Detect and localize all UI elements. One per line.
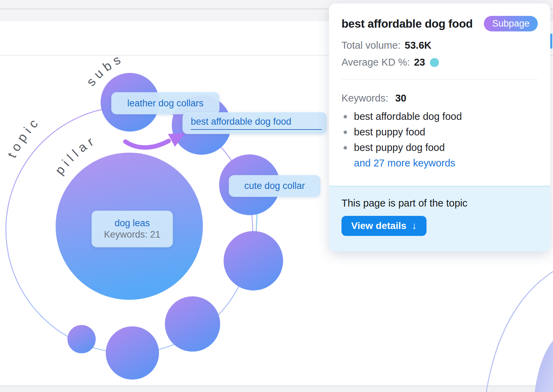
view-details-label: View details [351,220,406,231]
keyword-item: best affordable dog food [341,109,538,124]
footer-text: This page is part of the topic [341,198,538,209]
card-title: best affordable dog food [341,17,473,30]
average-kd-label: Average KD %: [341,57,410,68]
subpage-detail-card: best affordable dog food Subpage Total v… [329,3,550,251]
card-footer: This page is part of the topic View deta… [329,186,550,251]
label-text: leather dog collars [127,98,204,109]
pillar-label-keywords-count: Keywords: 21 [104,229,161,240]
label-pillar-dog-leas[interactable]: dog leas Keywords: 21 [92,211,173,247]
average-kd-row: Average KD %: 23 [341,57,538,68]
more-keywords-link[interactable]: and 27 more keywords [354,155,455,171]
keywords-count: 30 [395,93,406,104]
total-volume-label: Total volume: [341,40,401,51]
keyword-item: best puppy food [341,124,538,140]
bubble-subpage-4[interactable] [67,325,96,353]
label-best-affordable-dog-food[interactable]: best affordable dog food [182,112,327,134]
kd-difficulty-dot-icon [430,58,439,67]
svg-text:topic: topic [4,114,43,160]
view-details-button[interactable]: View details ↓ [341,216,427,236]
label-text: cute dog collar [244,181,305,191]
keyword-item: best puppy dog food [341,140,538,155]
label-link-text[interactable]: best affordable dog food [191,116,322,130]
subpage-badge: Subpage [484,16,538,31]
keywords-label: Keywords: [341,93,388,104]
bubble-connector [256,212,257,233]
pointer-arrow [125,141,169,147]
total-volume-value: 53.6K [405,40,431,51]
label-leather-dog-collars[interactable]: leather dog collars [111,92,219,114]
average-kd-value: 23 [414,57,425,68]
neighbor-topic-bubble[interactable] [535,341,553,392]
vertical-scrollbar-thumb[interactable] [550,34,552,49]
card-divider [341,79,538,79]
topic-map-screen: subs topic pillar leather dog collars be… [0,0,553,392]
keywords-header: Keywords: 30 [341,93,538,104]
label-cute-dog-collar[interactable]: cute dog collar [229,175,320,197]
total-volume-row: Total volume: 53.6K [341,40,538,51]
ring-label-topic: topic [4,114,43,160]
arrow-down-icon: ↓ [412,220,417,231]
keywords-list: best affordable dog food best puppy food… [341,109,538,155]
bubble-subpage-2[interactable] [165,296,220,352]
bubble-subpage-1[interactable] [224,231,283,290]
bubble-subpage-3[interactable] [106,326,159,380]
pillar-label-title: dog leas [114,218,150,229]
